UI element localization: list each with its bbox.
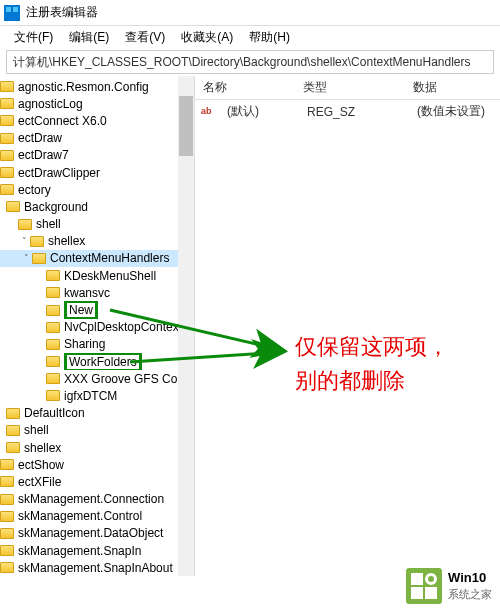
tree-item-label: ectConnect X6.0 (18, 114, 107, 128)
tree-item[interactable]: shell (0, 216, 194, 233)
tree-item-label: KDeskMenuShell (64, 269, 156, 283)
tree-item[interactable]: ectDraw (0, 130, 194, 147)
tree-item[interactable]: DefaultIcon (0, 405, 194, 422)
menu-file[interactable]: 文件(F) (6, 29, 61, 46)
folder-icon (46, 390, 60, 401)
folder-icon (0, 511, 14, 522)
window-title: 注册表编辑器 (26, 4, 98, 21)
menu-view[interactable]: 查看(V) (117, 29, 173, 46)
tree-item-label: NvCplDesktopContext (64, 320, 182, 334)
scrollbar[interactable] (178, 76, 194, 576)
menu-edit[interactable]: 编辑(E) (61, 29, 117, 46)
tree-item[interactable]: ectDraw7 (0, 147, 194, 164)
folder-icon (32, 253, 46, 264)
folder-icon (0, 528, 14, 539)
folder-icon (0, 98, 14, 109)
tree-item[interactable]: ectShow (0, 456, 194, 473)
folder-icon (46, 356, 60, 367)
tree-item-label: skManagement.DataObject (18, 526, 163, 540)
list-panel[interactable]: 名称 类型 数据 ab (默认) REG_SZ (数值未设置) (195, 76, 500, 576)
tree-item-label: ectDraw7 (18, 148, 69, 162)
tree-item-label: shell (24, 423, 49, 437)
watermark-icon (406, 568, 442, 604)
tree-item[interactable]: igfxDTCM (0, 387, 194, 404)
tree-item[interactable]: shell (0, 422, 194, 439)
menubar: 文件(F) 编辑(E) 查看(V) 收藏夹(A) 帮助(H) (0, 26, 500, 48)
annotation-line2: 别的都删除 (295, 364, 449, 398)
menu-help[interactable]: 帮助(H) (241, 29, 298, 46)
tree-item-label: shellex (24, 441, 61, 455)
tree-panel[interactable]: agnostic.Resmon.ConfigagnosticLogectConn… (0, 76, 195, 576)
tree-item[interactable]: ectDrawClipper (0, 164, 194, 181)
tree-item-label: igfxDTCM (64, 389, 117, 403)
tree-item[interactable]: NvCplDesktopContext (0, 319, 194, 336)
tree-item-label: ectDrawClipper (18, 166, 100, 180)
tree-item[interactable]: Sharing (0, 336, 194, 353)
tree-item[interactable]: skManagement.Connection (0, 491, 194, 508)
expand-icon[interactable]: ˅ (20, 253, 32, 263)
col-data[interactable]: 数据 (405, 79, 500, 96)
tree-item[interactable]: WorkFolders (0, 353, 194, 370)
tree-item[interactable]: KDeskMenuShell (0, 267, 194, 284)
tree-item[interactable]: ectConnect X6.0 (0, 112, 194, 129)
tree-item[interactable]: Background (0, 198, 194, 215)
annotation-line1: 仅保留这两项， (295, 330, 449, 364)
col-name[interactable]: 名称 (195, 79, 295, 96)
folder-icon (6, 425, 20, 436)
tree-item-label: ectShow (18, 458, 64, 472)
tree-item-label: ectXFile (18, 475, 61, 489)
tree-item[interactable]: skManagement.Control (0, 508, 194, 525)
path-text: 计算机\HKEY_CLASSES_ROOT\Directory\Backgrou… (13, 54, 471, 71)
tree-item[interactable]: New (0, 301, 194, 318)
folder-icon (0, 133, 14, 144)
tree-item[interactable]: skManagement.DataObject (0, 525, 194, 542)
cell-data: (数值未设置) (409, 103, 500, 120)
folder-icon (46, 322, 60, 333)
annotation-text: 仅保留这两项， 别的都删除 (295, 330, 449, 398)
watermark: Win10 系统之家 (406, 568, 492, 604)
folder-icon (46, 287, 60, 298)
folder-icon (6, 408, 20, 419)
tree-item[interactable]: XXX Groove GFS Context (0, 370, 194, 387)
folder-icon (0, 476, 14, 487)
tree-item-label: skManagement.SnapIn (18, 544, 141, 558)
address-bar[interactable]: 计算机\HKEY_CLASSES_ROOT\Directory\Backgrou… (6, 50, 494, 74)
menu-favorites[interactable]: 收藏夹(A) (173, 29, 241, 46)
folder-icon (6, 201, 20, 212)
folder-icon (0, 459, 14, 470)
tree-item[interactable]: ectory (0, 181, 194, 198)
scrollbar-thumb[interactable] (179, 96, 193, 156)
tree-item[interactable]: shellex (0, 439, 194, 456)
folder-icon (0, 184, 14, 195)
tree-item[interactable]: ˅ContextMenuHandlers (0, 250, 194, 267)
folder-icon (0, 167, 14, 178)
tree-item-label: kwansvc (64, 286, 110, 300)
tree-item-label: agnosticLog (18, 97, 83, 111)
tree-item[interactable]: agnostic.Resmon.Config (0, 78, 194, 95)
watermark-line1: Win10 (448, 570, 492, 586)
tree-item-label: DefaultIcon (24, 406, 85, 420)
list-row[interactable]: ab (默认) REG_SZ (数值未设置) (195, 100, 500, 120)
content-area: agnostic.Resmon.ConfigagnosticLogectConn… (0, 76, 500, 576)
folder-icon (46, 373, 60, 384)
folder-icon (0, 545, 14, 556)
expand-icon[interactable]: ˅ (18, 236, 30, 246)
tree-item-label: agnostic.Resmon.Config (18, 80, 149, 94)
watermark-line2: 系统之家 (448, 586, 492, 602)
tree-item[interactable]: ectXFile (0, 473, 194, 490)
tree-item-label: skManagement.Control (18, 509, 142, 523)
tree-item[interactable]: ˅shellex (0, 233, 194, 250)
folder-icon (0, 115, 14, 126)
tree-item[interactable]: kwansvc (0, 284, 194, 301)
folder-icon (46, 270, 60, 281)
tree-item-label: skManagement.Connection (18, 492, 164, 506)
tree-item-label: ContextMenuHandlers (50, 251, 169, 265)
folder-icon (6, 442, 20, 453)
tree-item-label: Sharing (64, 337, 105, 351)
tree-item[interactable]: agnosticLog (0, 95, 194, 112)
col-type[interactable]: 类型 (295, 79, 405, 96)
tree-item[interactable]: skManagement.SnapIn (0, 542, 194, 559)
folder-icon (30, 236, 44, 247)
folder-icon (18, 219, 32, 230)
tree-item[interactable]: skManagement.SnapInAbout (0, 559, 194, 576)
